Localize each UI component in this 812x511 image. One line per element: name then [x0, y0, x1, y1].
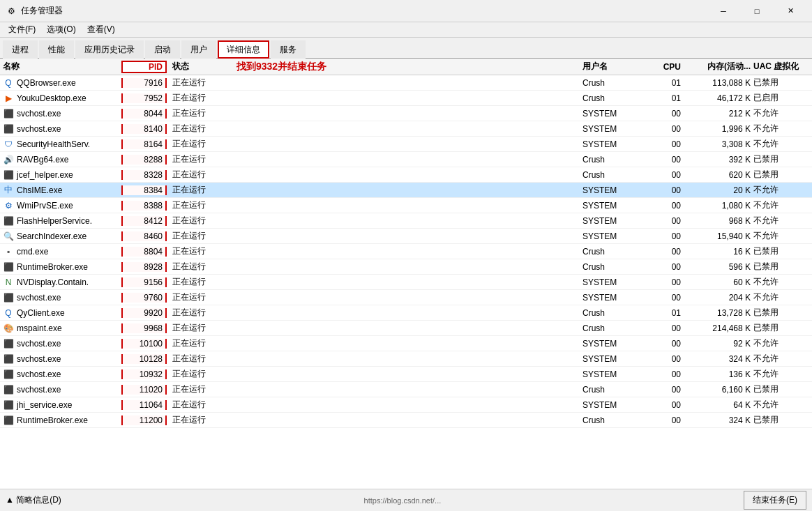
row-status: 正在运行 — [167, 199, 223, 211]
table-row[interactable]: 中ChsIME.exe8384正在运行SYSTEM0020 K不允许 — [0, 183, 812, 198]
row-pid: 11020 — [121, 385, 167, 395]
table-row[interactable]: ⬛svchost.exe10128正在运行SYSTEM00324 K不允许 — [0, 351, 812, 367]
row-status: 正在运行 — [167, 184, 223, 196]
row-user: Crush — [582, 323, 652, 333]
brief-info-label[interactable]: ▲ 简略信息(D) — [6, 494, 61, 506]
row-memory: 3,308 K — [684, 139, 753, 149]
row-uac: 不允许 — [753, 230, 809, 242]
row-cpu: 00 — [652, 185, 684, 195]
table-row[interactable]: ⚙WmiPrvSE.exe8388正在运行SYSTEM001,080 K不允许 — [0, 198, 812, 213]
col-header-pid[interactable]: PID — [121, 61, 167, 73]
row-pid: 8288 — [121, 155, 167, 165]
row-uac: 已禁用 — [753, 169, 809, 181]
col-header-user[interactable]: 用户名 — [582, 61, 652, 73]
col-header-cpu[interactable]: CPU — [652, 62, 684, 72]
row-name-cell: 🔍SearchIndexer.exe — [3, 231, 121, 242]
row-cpu: 00 — [652, 385, 684, 395]
col-annotation: 找到9332并结束任务 — [223, 61, 582, 73]
row-pid: 8044 — [121, 109, 167, 119]
table-row[interactable]: QQQBrowser.exe7916正在运行Crush01113,088 K已禁… — [0, 75, 812, 91]
row-memory: 15,940 K — [684, 231, 753, 241]
row-pid: 10932 — [121, 369, 167, 379]
tab-用户[interactable]: 用户 — [181, 40, 216, 59]
table-row[interactable]: NNVDisplay.Contain.9156正在运行SYSTEM0060 K不… — [0, 275, 812, 290]
maximize-button[interactable]: □ — [741, 0, 773, 22]
table-row[interactable]: ⬛svchost.exe8140正在运行SYSTEM001,996 K不允许 — [0, 121, 812, 137]
menu-item-选项(O)[interactable]: 选项(O) — [41, 22, 81, 37]
row-pid: 8164 — [121, 139, 167, 149]
table-row[interactable]: 🔍SearchIndexer.exe8460正在运行SYSTEM0015,940… — [0, 229, 812, 244]
table-row[interactable]: 🔊RAVBg64.exe8288正在运行Crush00392 K已禁用 — [0, 152, 812, 167]
column-headers: 名称 PID 状态 找到9332并结束任务 用户名 CPU 内存(活动... U… — [0, 59, 812, 75]
process-name: svchost.exe — [17, 385, 61, 395]
table-row[interactable]: ⬛svchost.exe10932正在运行SYSTEM00136 K不允许 — [0, 367, 812, 382]
table-row[interactable]: ▪cmd.exe8804正在运行Crush0016 K已禁用 — [0, 244, 812, 259]
row-status: 正在运行 — [167, 399, 223, 411]
row-status: 正在运行 — [167, 153, 223, 165]
row-name-cell: ⬛FlashHelperService. — [3, 215, 121, 227]
end-task-button[interactable]: 结束任务(E) — [744, 491, 806, 510]
tab-应用历史记录[interactable]: 应用历史记录 — [75, 40, 144, 59]
col-header-memory[interactable]: 内存(活动... — [684, 61, 753, 73]
tab-详细信息[interactable]: 详细信息 — [218, 40, 269, 59]
table-row[interactable]: ⬛svchost.exe10100正在运行SYSTEM0092 K不允许 — [0, 336, 812, 351]
row-status: 正在运行 — [167, 92, 223, 104]
row-user: Crush — [582, 155, 652, 165]
tab-性能[interactable]: 性能 — [39, 40, 74, 59]
table-row[interactable]: ⬛svchost.exe9760正在运行SYSTEM00204 K不允许 — [0, 290, 812, 305]
row-pid: 8804 — [121, 247, 167, 257]
row-cpu: 00 — [652, 139, 684, 149]
process-name: RuntimeBroker.exe — [17, 415, 88, 425]
menu-item-文件(F)[interactable]: 文件(F) — [3, 22, 41, 37]
row-uac: 已禁用 — [753, 414, 809, 426]
row-name-cell: ⬛RuntimeBroker.exe — [3, 415, 121, 426]
table-row[interactable]: ▶YoukuDesktop.exe7952正在运行Crush0146,172 K… — [0, 91, 812, 106]
table-row[interactable]: ⬛svchost.exe11020正在运行Crush006,160 K已禁用 — [0, 382, 812, 397]
col-header-name[interactable]: 名称 — [3, 61, 121, 73]
row-cpu: 00 — [652, 262, 684, 272]
row-cpu: 00 — [652, 216, 684, 226]
table-row[interactable]: ⬛svchost.exe8044正在运行SYSTEM00212 K不允许 — [0, 106, 812, 121]
row-status: 正在运行 — [167, 169, 223, 181]
row-status: 正在运行 — [167, 414, 223, 426]
table-row[interactable]: ⬛jcef_helper.exe8328正在运行Crush00620 K已禁用 — [0, 167, 812, 183]
app-icon: ⚙ — [6, 6, 17, 17]
row-memory: 46,172 K — [684, 93, 753, 103]
menu-bar: 文件(F)选项(O)查看(V) — [0, 22, 812, 38]
tab-启动[interactable]: 启动 — [145, 40, 180, 59]
process-name: NVDisplay.Contain. — [17, 277, 89, 287]
table-row[interactable]: QQyClient.exe9920正在运行Crush0113,728 K已禁用 — [0, 305, 812, 321]
process-icon: ⬛ — [3, 169, 14, 181]
minimize-button[interactable]: ─ — [707, 0, 739, 22]
col-header-uac[interactable]: UAC 虚拟化 — [753, 61, 809, 73]
row-uac: 已禁用 — [753, 322, 809, 334]
close-button[interactable]: ✕ — [774, 0, 806, 22]
bottom-bar: ▲ 简略信息(D) https://blog.csdn.net/... 结束任务… — [0, 489, 812, 511]
process-icon: ⬛ — [3, 415, 14, 426]
row-user: Crush — [582, 262, 652, 272]
table-row[interactable]: ⬛RuntimeBroker.exe8928正在运行Crush00596 K已禁… — [0, 259, 812, 275]
row-pid: 9968 — [121, 323, 167, 333]
row-name-cell: QQyClient.exe — [3, 307, 121, 319]
row-user: SYSTEM — [582, 185, 652, 195]
tab-服务[interactable]: 服务 — [271, 40, 306, 59]
row-memory: 214,468 K — [684, 323, 753, 333]
row-name-cell: 🔊RAVBg64.exe — [3, 154, 121, 165]
row-cpu: 00 — [652, 354, 684, 364]
table-row[interactable]: ⬛jhi_service.exe11064正在运行SYSTEM0064 K不允许 — [0, 397, 812, 413]
row-pid: 8328 — [121, 170, 167, 180]
table-row[interactable]: 🛡SecurityHealthServ.8164正在运行SYSTEM003,30… — [0, 137, 812, 152]
row-uac: 不允许 — [753, 337, 809, 349]
menu-item-查看(V)[interactable]: 查看(V) — [82, 22, 121, 37]
table-row[interactable]: 🎨mspaint.exe9968正在运行Crush00214,468 K已禁用 — [0, 321, 812, 336]
process-name: mspaint.exe — [17, 323, 62, 333]
table-row[interactable]: ⬛FlashHelperService.8412正在运行SYSTEM00968 … — [0, 213, 812, 229]
table-row[interactable]: ⬛RuntimeBroker.exe11200正在运行Crush00324 K已… — [0, 413, 812, 428]
tab-进程[interactable]: 进程 — [3, 40, 38, 59]
row-user: SYSTEM — [582, 293, 652, 303]
row-memory: 92 K — [684, 339, 753, 349]
title-bar: ⚙ 任务管理器 ─ □ ✕ — [0, 0, 812, 22]
process-name: svchost.exe — [17, 124, 61, 134]
process-table[interactable]: QQQBrowser.exe7916正在运行Crush01113,088 K已禁… — [0, 75, 812, 489]
brief-info-toggle[interactable]: ▲ 简略信息(D) — [6, 494, 61, 506]
